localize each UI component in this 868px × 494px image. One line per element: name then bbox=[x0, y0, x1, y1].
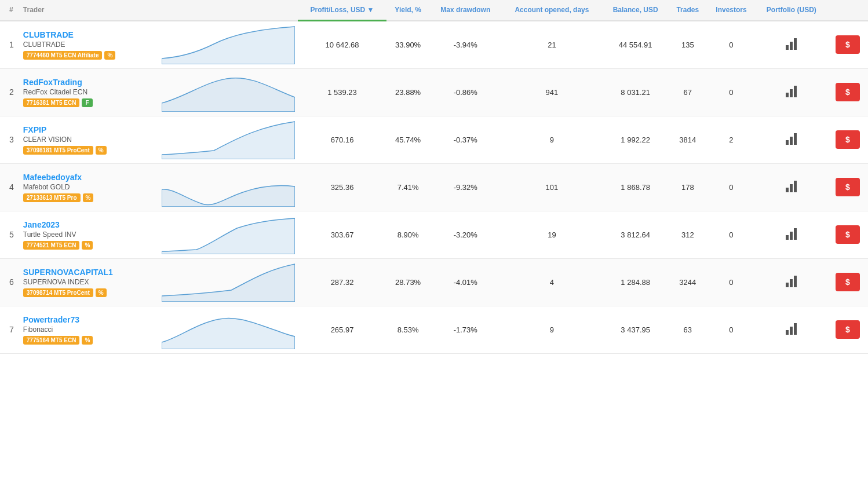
trader-name-link[interactable]: Mafeebedoyafx bbox=[23, 173, 156, 182]
trader-name-link[interactable]: RedFoxTrading bbox=[23, 78, 156, 87]
portfolio-chart-cell[interactable] bbox=[756, 306, 827, 353]
trader-info-cell: RedFoxTrading RedFox Citadel ECN 7716381… bbox=[19, 68, 159, 116]
invest-button[interactable]: $ bbox=[836, 178, 860, 196]
portfolio-chart-cell[interactable] bbox=[756, 116, 827, 163]
bar-chart-icon[interactable] bbox=[786, 133, 797, 145]
invest-cell[interactable]: $ bbox=[827, 116, 868, 163]
rank-cell: 1 bbox=[0, 21, 19, 69]
trades-cell: 178 bbox=[669, 163, 707, 211]
account-badge: 7716381 MT5 ECN bbox=[23, 98, 80, 107]
type-badge: % bbox=[104, 51, 115, 60]
type-badge: % bbox=[83, 193, 94, 202]
col-header-profit[interactable]: Profit/Loss, USD ▼ bbox=[298, 0, 386, 21]
table-row: 7 Powertrader73 Fibonacci 7775164 MT5 EC… bbox=[0, 306, 868, 353]
account-days-cell: 4 bbox=[501, 258, 603, 306]
bar-chart-icon[interactable] bbox=[786, 276, 797, 287]
rank-cell: 4 bbox=[0, 163, 19, 211]
trader-name-link[interactable]: FXPIP bbox=[23, 125, 156, 134]
drawdown-cell: -3.94% bbox=[429, 21, 501, 69]
chart-cell bbox=[159, 211, 298, 258]
account-days-cell: 941 bbox=[501, 68, 603, 116]
col-header-investors: Investors bbox=[707, 0, 756, 21]
bar-chart-icon[interactable] bbox=[786, 228, 797, 240]
profit-cell: 325.36 bbox=[298, 163, 386, 211]
account-days-cell: 9 bbox=[501, 116, 603, 163]
invest-cell[interactable]: $ bbox=[827, 306, 868, 353]
invest-button[interactable]: $ bbox=[836, 35, 860, 54]
trader-name-link[interactable]: CLUBTRADE bbox=[23, 30, 156, 39]
balance-cell: 3 812.64 bbox=[603, 211, 669, 258]
invest-button[interactable]: $ bbox=[836, 273, 860, 291]
account-badge: 7774521 MT5 ECN bbox=[23, 241, 80, 250]
rank-cell: 5 bbox=[0, 211, 19, 258]
yield-cell: 8.90% bbox=[386, 211, 430, 258]
invest-button[interactable]: $ bbox=[836, 225, 860, 244]
table-row: 4 Mafeebedoyafx Mafebot GOLD 27133613 MT… bbox=[0, 163, 868, 211]
trades-cell: 3814 bbox=[669, 116, 707, 163]
trader-subtitle: Mafebot GOLD bbox=[23, 183, 156, 191]
profit-cell: 670.16 bbox=[298, 116, 386, 163]
trader-subtitle: RedFox Citadel ECN bbox=[23, 88, 156, 96]
trader-name-link[interactable]: SUPERNOVACAPITAL1 bbox=[23, 268, 156, 277]
trader-name-link[interactable]: Jane2023 bbox=[23, 220, 156, 229]
type-badge: % bbox=[82, 336, 93, 345]
chart-cell bbox=[159, 306, 298, 353]
trader-info-cell: Powertrader73 Fibonacci 7775164 MT5 ECN … bbox=[19, 306, 159, 353]
col-header-balance: Balance, USD bbox=[603, 0, 669, 21]
invest-button[interactable]: $ bbox=[836, 130, 860, 149]
type-badge: % bbox=[82, 241, 93, 250]
rank-cell: 3 bbox=[0, 116, 19, 163]
portfolio-chart-cell[interactable] bbox=[756, 163, 827, 211]
portfolio-chart-cell[interactable] bbox=[756, 258, 827, 306]
balance-cell: 1 868.78 bbox=[603, 163, 669, 211]
yield-cell: 28.73% bbox=[386, 258, 430, 306]
rank-cell: 2 bbox=[0, 68, 19, 116]
account-days-cell: 101 bbox=[501, 163, 603, 211]
invest-button[interactable]: $ bbox=[836, 320, 860, 339]
col-header-trades: Trades bbox=[669, 0, 707, 21]
rank-cell: 6 bbox=[0, 258, 19, 306]
yield-cell: 7.41% bbox=[386, 163, 430, 211]
account-days-cell: 21 bbox=[501, 21, 603, 69]
bar-chart-icon[interactable] bbox=[786, 323, 797, 335]
bar-chart-icon[interactable] bbox=[786, 86, 797, 97]
portfolio-chart-cell[interactable] bbox=[756, 211, 827, 258]
drawdown-cell: -3.20% bbox=[429, 211, 501, 258]
invest-cell[interactable]: $ bbox=[827, 258, 868, 306]
portfolio-chart-cell[interactable] bbox=[756, 21, 827, 69]
mini-chart bbox=[162, 119, 295, 159]
invest-cell[interactable]: $ bbox=[827, 163, 868, 211]
trades-cell: 312 bbox=[669, 211, 707, 258]
badge-row: 27133613 MT5 Pro % bbox=[23, 193, 156, 202]
invest-cell[interactable]: $ bbox=[827, 68, 868, 116]
account-days-cell: 19 bbox=[501, 211, 603, 258]
portfolio-chart-cell[interactable] bbox=[756, 68, 827, 116]
account-badge: 27133613 MT5 Pro bbox=[23, 193, 81, 202]
col-header-rank: # bbox=[0, 0, 19, 21]
type-badge: F bbox=[82, 98, 92, 107]
bar-chart-icon[interactable] bbox=[786, 38, 797, 50]
balance-cell: 44 554.91 bbox=[603, 21, 669, 69]
investors-cell: 0 bbox=[707, 211, 756, 258]
invest-cell[interactable]: $ bbox=[827, 211, 868, 258]
drawdown-cell: -4.01% bbox=[429, 258, 501, 306]
bar-chart-icon[interactable] bbox=[786, 181, 797, 192]
chart-cell bbox=[159, 258, 298, 306]
investors-cell: 0 bbox=[707, 306, 756, 353]
col-header-account: Account opened, days bbox=[501, 0, 603, 21]
mini-chart bbox=[162, 24, 295, 64]
trader-subtitle: SUPERNOVA INDEX bbox=[23, 278, 156, 286]
profit-cell: 303.67 bbox=[298, 211, 386, 258]
chart-cell bbox=[159, 68, 298, 116]
type-badge: % bbox=[96, 146, 107, 155]
badge-row: 7775164 MT5 ECN % bbox=[23, 336, 156, 345]
trader-name-link[interactable]: Powertrader73 bbox=[23, 315, 156, 324]
yield-cell: 23.88% bbox=[386, 68, 430, 116]
invest-cell[interactable]: $ bbox=[827, 21, 868, 69]
invest-button[interactable]: $ bbox=[836, 83, 860, 101]
trader-subtitle: Fibonacci bbox=[23, 325, 156, 334]
trades-cell: 67 bbox=[669, 68, 707, 116]
col-header-chart bbox=[159, 0, 298, 21]
mini-chart bbox=[162, 166, 295, 207]
account-badge: 37098181 MT5 ProCent bbox=[23, 146, 93, 155]
